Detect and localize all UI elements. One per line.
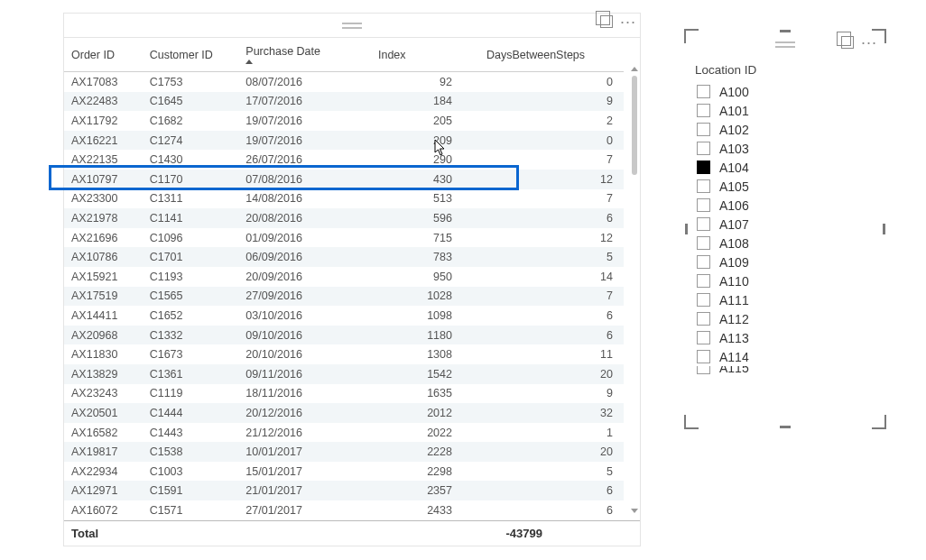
table-row[interactable]: AX14411C165203/10/201610986: [64, 306, 624, 326]
more-options-icon[interactable]: ···: [620, 17, 636, 26]
slicer-item[interactable]: A113: [691, 328, 879, 347]
table-row[interactable]: AX21696C109601/09/201671512: [64, 228, 624, 248]
cell-days-between: 12: [479, 170, 624, 189]
scroll-up-icon[interactable]: [631, 67, 638, 71]
column-header-label: Purchase Date: [245, 45, 320, 58]
cell-order-id: AX13829: [64, 364, 143, 384]
cell-days-between: 5: [479, 462, 624, 482]
selection-handle-icon[interactable]: [685, 224, 688, 234]
slicer-item[interactable]: A103: [691, 139, 879, 158]
table-row[interactable]: AX22135C143026/07/20162907: [64, 150, 624, 170]
cell-days-between: 14: [479, 267, 624, 287]
more-options-icon[interactable]: ···: [861, 38, 877, 47]
table-row[interactable]: AX20968C133209/10/201611806: [64, 326, 624, 345]
drag-handle-icon[interactable]: [775, 41, 795, 48]
cell-index: 1028: [371, 287, 479, 307]
table-row[interactable]: AX16221C127419/07/20162090: [64, 131, 624, 151]
table-row[interactable]: AX10797C117007/08/201643012: [64, 170, 624, 189]
column-header-index[interactable]: Index: [371, 38, 479, 72]
slicer-item-label: A103: [719, 142, 749, 156]
cell-order-id: AX17519: [64, 287, 143, 307]
table-row[interactable]: AX16582C144321/12/201620221: [64, 423, 624, 443]
drag-handle-icon[interactable]: [342, 23, 362, 29]
scroll-track[interactable]: [631, 76, 638, 506]
focus-mode-icon[interactable]: [841, 36, 854, 49]
cell-customer-id: C1444: [143, 403, 239, 423]
table-row[interactable]: AX22934C100315/01/201722985: [64, 462, 624, 482]
column-header-purchase-date[interactable]: Purchase Date: [238, 38, 371, 72]
slicer-item[interactable]: A114: [691, 347, 879, 366]
table-row[interactable]: AX17519C156527/09/201610287: [64, 287, 624, 307]
table-row[interactable]: AX11830C167320/10/2016130811: [64, 344, 624, 364]
scroll-thumb[interactable]: [632, 76, 637, 175]
slicer-item[interactable]: A111: [691, 290, 879, 309]
table-row[interactable]: AX16072C157127/01/201724336: [64, 500, 624, 520]
selection-handle-icon[interactable]: [780, 426, 791, 428]
selection-handle-icon[interactable]: [684, 415, 699, 429]
slicer-item[interactable]: A115: [691, 366, 879, 380]
slicer-item[interactable]: A109: [691, 252, 879, 271]
checkbox-icon[interactable]: [697, 312, 710, 326]
selection-handle-icon[interactable]: [872, 415, 886, 429]
cell-index: 2228: [371, 442, 479, 462]
visual-header[interactable]: ···: [688, 32, 883, 56]
checkbox-icon[interactable]: [697, 236, 710, 250]
table-row[interactable]: AX19817C153810/01/2017222820: [64, 442, 624, 462]
vertical-scrollbar[interactable]: [631, 65, 638, 517]
column-header-customer-id[interactable]: Customer ID: [143, 38, 239, 72]
table-row[interactable]: AX11792C168219/07/20162052: [64, 111, 624, 131]
checkbox-icon[interactable]: [697, 142, 710, 155]
table-row[interactable]: AX21978C114120/08/20165966: [64, 208, 624, 228]
slicer-item-label: A113: [719, 331, 749, 345]
slicer-item[interactable]: A107: [691, 215, 879, 234]
focus-mode-icon[interactable]: [600, 15, 613, 28]
table-row[interactable]: AX15921C119320/09/201695014: [64, 267, 624, 287]
table-row[interactable]: AX22483C164517/07/20161849: [64, 92, 624, 112]
slicer-item[interactable]: A104: [691, 158, 879, 177]
checkbox-icon[interactable]: [697, 366, 710, 374]
checkbox-icon[interactable]: [697, 179, 710, 193]
table-row[interactable]: AX12971C159121/01/201723576: [64, 481, 624, 500]
table-row[interactable]: AX20501C144420/12/2016201232: [64, 403, 624, 423]
visual-header[interactable]: ···: [64, 14, 640, 38]
table-row[interactable]: AX23300C131114/08/20165137: [64, 189, 624, 209]
cell-order-id: AX22483: [64, 92, 143, 112]
slicer-item-label: A107: [719, 217, 749, 232]
checkbox-icon[interactable]: [697, 217, 710, 231]
column-header-days-between[interactable]: DaysBetweenSteps: [479, 38, 624, 72]
checkbox-icon[interactable]: [697, 331, 710, 344]
checkbox-icon[interactable]: [697, 85, 710, 98]
selection-handle-icon[interactable]: [883, 224, 885, 234]
slicer-item-label: A111: [719, 293, 749, 308]
checkbox-icon[interactable]: [697, 350, 710, 363]
table-row[interactable]: AX17083C175308/07/2016920: [64, 72, 624, 92]
cell-customer-id: C1652: [143, 306, 239, 326]
cell-order-id: AX14411: [64, 306, 143, 326]
slicer-item[interactable]: A100: [691, 82, 879, 101]
column-header-order-id[interactable]: Order ID: [64, 38, 143, 72]
cell-index: 209: [371, 131, 479, 151]
slicer-item[interactable]: A105: [691, 177, 879, 196]
cell-index: 1180: [371, 326, 479, 345]
slicer-item[interactable]: A110: [691, 271, 879, 290]
cell-order-id: AX22934: [64, 462, 143, 482]
cell-purchase-date: 14/08/2016: [238, 189, 371, 209]
table-row[interactable]: AX10786C170106/09/20167835: [64, 247, 624, 267]
scroll-down-icon[interactable]: [631, 509, 638, 513]
data-table: Order ID Customer ID Purchase Date Index…: [64, 38, 624, 520]
checkbox-icon[interactable]: [697, 123, 710, 136]
checkbox-icon[interactable]: [697, 293, 710, 307]
table-row[interactable]: AX13829C136109/11/2016154220: [64, 364, 624, 384]
slicer-item[interactable]: A112: [691, 309, 879, 328]
checkbox-icon[interactable]: [697, 198, 710, 212]
checkbox-icon[interactable]: [697, 274, 710, 288]
checkbox-icon[interactable]: [697, 104, 710, 117]
slicer-item[interactable]: A108: [691, 234, 879, 252]
cell-customer-id: C1673: [143, 344, 239, 364]
checkbox-icon[interactable]: [697, 255, 710, 269]
slicer-item[interactable]: A106: [691, 196, 879, 215]
slicer-item[interactable]: A102: [691, 120, 879, 139]
table-row[interactable]: AX23243C111918/11/201616359: [64, 384, 624, 404]
slicer-item[interactable]: A101: [691, 101, 879, 120]
checkbox-icon[interactable]: [697, 161, 710, 174]
